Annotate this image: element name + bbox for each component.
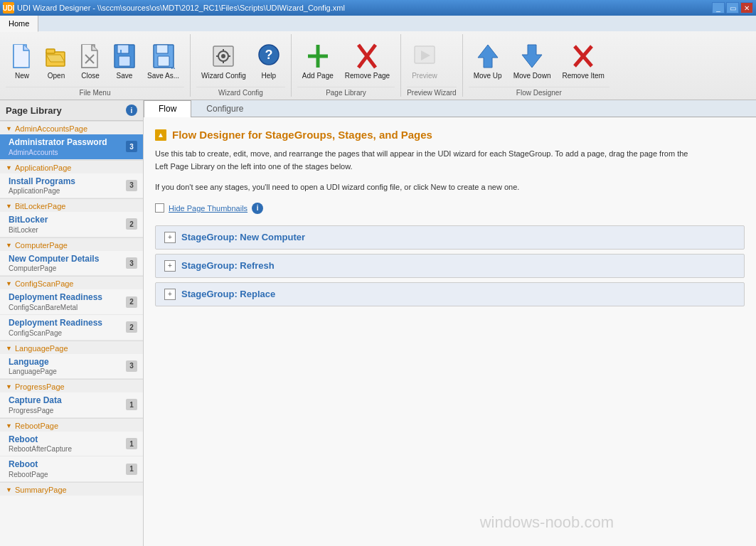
file-menu-buttons: New Open [6, 34, 184, 84]
remove-page-button[interactable]: Remove Page [340, 34, 395, 84]
sidebar-info-button[interactable]: i [126, 105, 137, 116]
stage-expand-button[interactable]: + [164, 260, 176, 272]
page-item-count: 2 [126, 218, 137, 230]
page-category-reboot-page[interactable]: ▼RebootPage [0, 418, 143, 432]
flow-designer-group-label: Flow Designer [469, 87, 609, 97]
remove-item-button[interactable]: Remove Item [557, 34, 609, 84]
page-item-info: BitLocker BitLocker [9, 215, 123, 234]
category-collapse-icon: ▼ [6, 422, 12, 429]
close-button[interactable]: ✕ [740, 2, 753, 14]
page-item-count: 1 [126, 399, 137, 410]
page-item-count: 3 [126, 141, 137, 152]
category-label: ApplicationPage [15, 164, 72, 172]
stage-group-header[interactable]: + StageGroup: Refresh [156, 255, 744, 277]
page-category-computer-page[interactable]: ▼ComputerPage [0, 237, 143, 251]
page-item-sub: ApplicationPage [9, 187, 123, 195]
move-up-button[interactable]: Move Up [469, 34, 507, 84]
page-item[interactable]: Deployment Readiness ConfigScanPage 2 [0, 315, 143, 341]
move-down-icon [521, 42, 543, 70]
category-collapse-icon: ▼ [6, 486, 12, 493]
help-button[interactable]: ? Help [252, 34, 285, 84]
restore-button[interactable]: ▭ [726, 2, 739, 14]
new-button[interactable]: New [6, 34, 38, 84]
page-item-sub: BitLocker [9, 226, 123, 234]
page-item[interactable]: Reboot RebootAfterCapture 1 [0, 432, 143, 457]
wizard-config-label: Wizard Config [201, 72, 246, 80]
page-category-summary-page[interactable]: ▼SummaryPage [0, 482, 143, 496]
svg-rect-11 [156, 45, 168, 53]
svg-marker-29 [478, 45, 498, 68]
category-label: BitLockerPage [15, 202, 66, 210]
ribbon-group-wizard-config: Wizard Config ? Help Wizard Config [196, 34, 292, 97]
wizard-config-button[interactable]: Wizard Config [196, 34, 251, 84]
page-library-buttons: Add Page Remove Page [297, 34, 395, 84]
category-label: AdminAccountsPage [15, 124, 87, 133]
minimize-button[interactable]: _ [712, 2, 725, 14]
stage-group-header[interactable]: + StageGroup: Replace [156, 283, 744, 306]
page-item-name: Language [9, 357, 123, 368]
page-item-count: 3 [126, 257, 137, 269]
title-bar: UDI UDI Wizard Designer - \\sccm\sources… [0, 0, 756, 16]
content-body: ▲ Flow Designer for StageGroups, Stages,… [144, 117, 756, 546]
stage-group-header[interactable]: + StageGroup: New Computer [156, 226, 744, 249]
category-collapse-icon: ▼ [6, 345, 12, 352]
move-down-button[interactable]: Move Down [509, 34, 556, 84]
collapse-button[interactable]: ▲ [155, 129, 166, 141]
page-item-sub: ComputerPage [9, 264, 123, 272]
wizard-config-group-label: Wizard Config [196, 87, 285, 97]
category-label: LanguagePage [15, 344, 68, 353]
thumbnails-info-icon[interactable]: i [252, 203, 263, 214]
add-page-icon [307, 42, 329, 70]
close-file-button[interactable]: Close [74, 34, 107, 84]
tab-configure[interactable]: Configure [191, 100, 258, 117]
page-item[interactable]: BitLocker BitLocker 2 [0, 212, 143, 237]
stage-group-refresh: + StageGroup: Refresh [155, 254, 745, 278]
save-as-button[interactable]: … Save As... [142, 34, 184, 84]
page-item-info: Deployment Readiness ConfigScanBareMetal [9, 292, 123, 311]
page-item[interactable]: New Computer Details ComputerPage 3 [0, 251, 143, 277]
remove-item-icon [572, 42, 595, 70]
category-label: ProgressPage [15, 382, 65, 391]
category-collapse-icon: ▼ [6, 383, 12, 390]
file-menu-group-label: File Menu [6, 87, 184, 97]
svg-rect-8 [119, 56, 130, 66]
page-item-count: 3 [126, 180, 137, 191]
tab-flow[interactable]: Flow [144, 100, 191, 117]
close-file-label: Close [81, 72, 100, 80]
page-category-application-page[interactable]: ▼ApplicationPage [0, 160, 143, 173]
hide-thumbnails-checkbox[interactable] [155, 203, 164, 213]
svg-rect-9 [120, 50, 122, 53]
hide-thumbnails-label[interactable]: Hide Page Thumbnails [169, 204, 247, 213]
page-category-bitlocker-page[interactable]: ▼BitLockerPage [0, 198, 143, 212]
preview-wizard-group-label: Preview Wizard [407, 87, 456, 97]
page-item[interactable]: Deployment Readiness ConfigScanBareMetal… [0, 289, 143, 315]
tab-home[interactable]: Home [0, 16, 38, 32]
page-item-sub: ProgressPage [9, 407, 123, 414]
page-category-language-page[interactable]: ▼LanguagePage [0, 341, 143, 354]
preview-button[interactable]: Preview [407, 34, 442, 84]
svg-rect-12 [158, 56, 169, 66]
move-up-label: Move Up [474, 72, 502, 80]
ribbon-content: New Open [0, 31, 756, 100]
new-icon [11, 42, 33, 70]
stage-expand-button[interactable]: + [164, 289, 176, 300]
page-category-progress-page[interactable]: ▼ProgressPage [0, 379, 143, 392]
page-item[interactable]: Administrator Password AdminAccounts 3 [0, 134, 143, 160]
add-page-label: Add Page [302, 72, 334, 80]
content-area: Flow Configure ▲ Flow Designer for Stage… [144, 100, 756, 546]
page-item-count: 1 [126, 464, 137, 475]
help-icon: ? [257, 42, 280, 70]
page-category-config-scan-page[interactable]: ▼ConfigScanPage [0, 276, 143, 289]
add-page-button[interactable]: Add Page [297, 34, 339, 84]
remove-item-label: Remove Item [562, 72, 604, 80]
save-button[interactable]: Save [108, 34, 141, 84]
page-item[interactable]: Install Programs ApplicationPage 3 [0, 173, 143, 199]
page-item[interactable]: Reboot RebootPage 1 [0, 456, 143, 482]
main-layout: Page Library i ▼AdminAccountsPage Admini… [0, 100, 756, 546]
open-button[interactable]: Open [40, 34, 73, 84]
page-category-admin-accounts-page[interactable]: ▼AdminAccountsPage [0, 121, 143, 134]
preview-wizard-buttons: Preview [407, 34, 456, 84]
page-item[interactable]: Language LanguagePage 3 [0, 354, 143, 380]
stage-expand-button[interactable]: + [164, 232, 176, 243]
page-item[interactable]: Capture Data ProgressPage 1 [0, 392, 143, 418]
